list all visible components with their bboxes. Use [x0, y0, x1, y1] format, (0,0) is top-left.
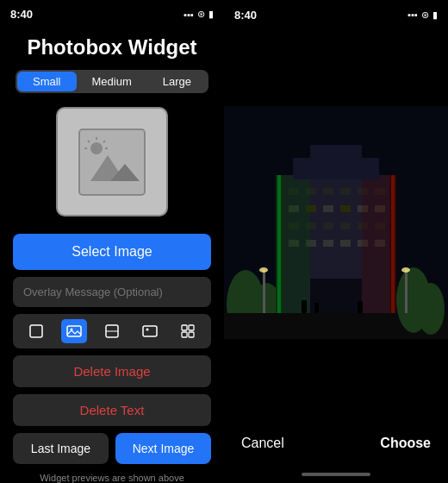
icon-btn-photo2[interactable] — [137, 319, 163, 343]
home-bar — [302, 473, 370, 476]
nav-row: Last Image Next Image — [13, 433, 211, 464]
svg-rect-53 — [276, 175, 310, 313]
status-bar-right: 8:40 ▪▪▪ ⊛ ▮ — [224, 0, 448, 24]
tab-small[interactable]: Small — [17, 72, 77, 91]
signal-icon: ▪▪▪ — [184, 9, 194, 20]
image-preview — [56, 107, 168, 216]
icon-btn-grid[interactable] — [175, 319, 201, 343]
svg-rect-17 — [182, 325, 187, 330]
overlay-message-input[interactable] — [13, 277, 211, 307]
battery-icon-right: ▮ — [432, 9, 438, 21]
status-bar-left: 8:40 ▪▪▪ ⊛ ▮ — [0, 0, 224, 23]
signal-icon-right: ▪▪▪ — [408, 9, 418, 20]
black-bottom-area — [224, 339, 448, 421]
last-image-button[interactable]: Last Image — [13, 433, 109, 464]
svg-line-6 — [103, 141, 105, 142]
icon-btn-square2[interactable] — [99, 319, 125, 343]
svg-rect-18 — [189, 325, 194, 330]
building-photo-svg — [224, 106, 448, 339]
svg-rect-56 — [310, 145, 362, 162]
svg-rect-54 — [362, 175, 396, 313]
svg-point-4 — [90, 142, 103, 154]
svg-rect-64 — [263, 270, 265, 313]
svg-point-65 — [259, 267, 268, 273]
svg-rect-11 — [67, 326, 81, 336]
svg-rect-40 — [340, 223, 351, 229]
app-title: Photobox Widget — [27, 35, 196, 60]
select-image-button[interactable]: Select Image — [13, 234, 211, 270]
svg-rect-39 — [323, 223, 333, 229]
left-panel: 8:40 ▪▪▪ ⊛ ▮ Photobox Widget Small Mediu… — [0, 0, 224, 483]
svg-rect-61 — [358, 301, 363, 313]
svg-rect-27 — [323, 188, 333, 195]
placeholder-image-icon — [78, 128, 146, 197]
svg-point-63 — [417, 283, 445, 335]
choose-button[interactable]: Choose — [380, 436, 431, 451]
tab-medium[interactable]: Medium — [77, 72, 147, 91]
svg-rect-10 — [30, 325, 42, 337]
svg-rect-60 — [314, 303, 319, 313]
cancel-button[interactable]: Cancel — [241, 436, 284, 451]
svg-rect-45 — [323, 240, 333, 247]
wifi-icon-right: ⊛ — [421, 9, 429, 21]
svg-rect-46 — [340, 240, 351, 247]
tab-large[interactable]: Large — [147, 72, 207, 91]
status-icons-left: ▪▪▪ ⊛ ▮ — [184, 9, 214, 20]
right-panel: 8:40 ▪▪▪ ⊛ ▮ — [224, 0, 448, 483]
black-top-area — [224, 24, 448, 106]
svg-rect-66 — [405, 270, 408, 313]
icon-btn-square1[interactable] — [23, 319, 49, 343]
svg-point-16 — [146, 329, 149, 331]
widget-hint: Widget previews are shown above — [40, 473, 184, 483]
wifi-icon: ⊛ — [197, 9, 205, 20]
next-image-button[interactable]: Next Image — [115, 433, 211, 464]
svg-rect-33 — [323, 205, 333, 212]
action-bar: Cancel Choose — [224, 421, 448, 466]
status-time-right: 8:40 — [234, 9, 257, 22]
battery-icon: ▮ — [208, 9, 214, 20]
delete-text-button[interactable]: Delete Text — [13, 394, 211, 426]
svg-rect-34 — [340, 205, 351, 212]
svg-rect-20 — [189, 332, 194, 337]
home-indicator — [224, 466, 448, 483]
svg-rect-28 — [340, 188, 351, 195]
icon-row — [13, 314, 211, 348]
status-icons-right: ▪▪▪ ⊛ ▮ — [408, 9, 438, 21]
svg-line-7 — [88, 141, 90, 142]
svg-rect-19 — [182, 332, 187, 337]
icon-btn-photo1[interactable] — [61, 319, 87, 343]
delete-image-button[interactable]: Delete Image — [13, 355, 211, 387]
building-photo-area — [224, 106, 448, 339]
svg-rect-15 — [143, 326, 157, 336]
status-time-left: 8:40 — [10, 8, 33, 21]
svg-rect-59 — [302, 300, 307, 313]
size-tabs: Small Medium Large — [16, 70, 208, 93]
svg-point-67 — [401, 267, 410, 273]
